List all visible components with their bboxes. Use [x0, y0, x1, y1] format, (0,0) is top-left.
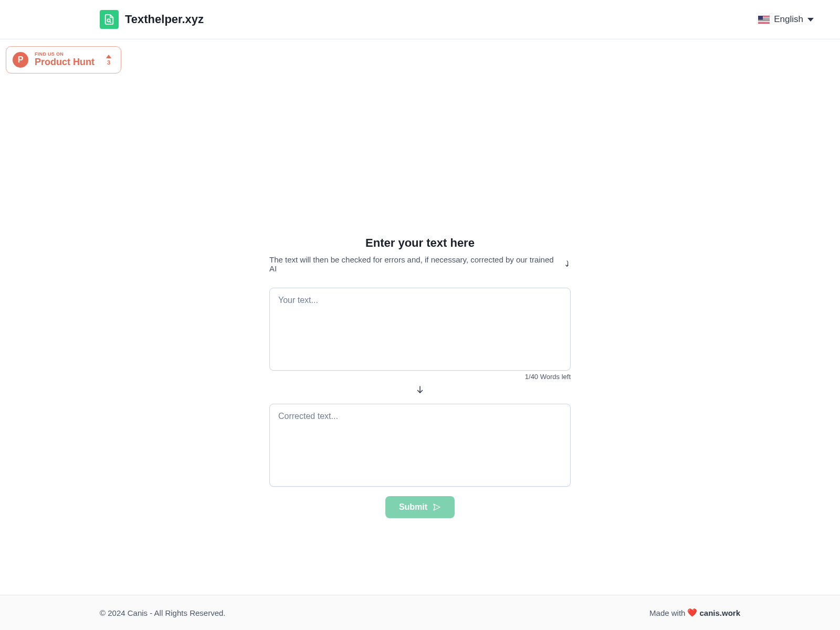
header: Texthelper.xyz English: [0, 0, 840, 39]
brand[interactable]: Texthelper.xyz: [100, 10, 204, 29]
made-with-text: Made with: [649, 608, 685, 617]
us-flag-icon: [758, 16, 770, 24]
upvote-triangle-icon: [106, 55, 111, 58]
page-title: Enter your text here: [365, 236, 475, 250]
svg-point-0: [107, 19, 110, 22]
product-hunt-text: FIND US ON Product Hunt: [35, 52, 94, 68]
submit-button[interactable]: Submit: [385, 496, 455, 518]
product-hunt-badge[interactable]: P FIND US ON Product Hunt 3: [6, 46, 121, 74]
product-hunt-letter: P: [18, 55, 24, 65]
svg-marker-3: [434, 504, 440, 510]
page-subtitle: The text will then be checked for errors…: [269, 255, 559, 273]
upvote-count: 3: [107, 59, 110, 66]
language-label: English: [774, 14, 803, 25]
product-hunt-name: Product Hunt: [35, 57, 94, 68]
footer: © 2024 Canis - All Rights Reserved. Made…: [0, 595, 840, 630]
footer-right: Made with ❤️ canis.work: [649, 608, 740, 617]
curved-arrow-down-icon: [563, 259, 571, 270]
product-hunt-upvote: 3: [106, 55, 111, 66]
brand-name: Texthelper.xyz: [125, 13, 204, 26]
heart-icon: ❤️: [687, 608, 697, 617]
svg-line-1: [110, 22, 111, 23]
words-left-label: 1/40 Words left: [269, 373, 571, 381]
input-textarea[interactable]: [269, 288, 571, 371]
language-selector[interactable]: English: [758, 14, 814, 25]
footer-link[interactable]: canis.work: [699, 608, 740, 617]
product-hunt-logo-icon: P: [13, 52, 28, 68]
logo-icon: [100, 10, 119, 29]
main-content: Enter your text here The text will then …: [269, 236, 571, 518]
copyright-text: © 2024 Canis - All Rights Reserved.: [100, 608, 226, 617]
send-icon: [433, 503, 441, 511]
subtitle-row: The text will then be checked for errors…: [269, 255, 571, 273]
output-textarea[interactable]: [269, 404, 571, 487]
arrow-down-icon: [415, 385, 425, 396]
submit-label: Submit: [399, 502, 427, 512]
chevron-down-icon: [807, 18, 814, 22]
